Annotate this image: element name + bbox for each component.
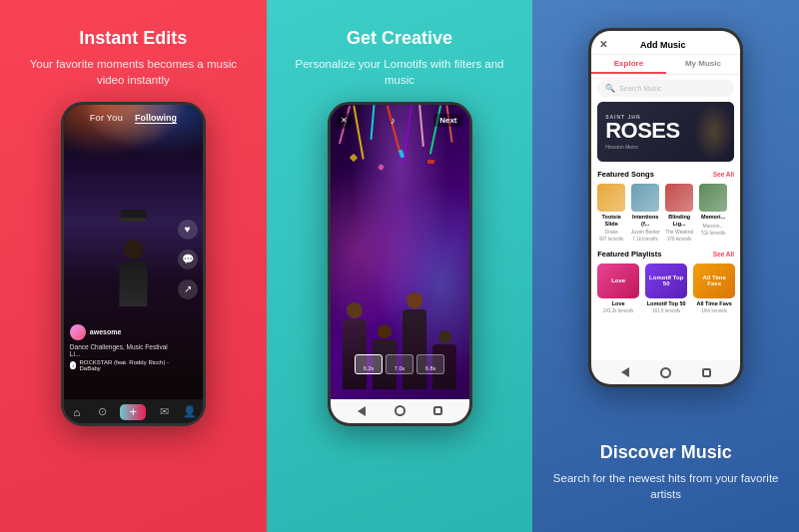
tiktok-actions: ♥ 💬 ↗: [178, 220, 198, 299]
album-text: SAINT JHN ROSES Houston Metro: [605, 114, 680, 150]
tab-for-you[interactable]: For You: [90, 113, 123, 124]
comment-icon: 💬: [178, 250, 198, 269]
clip-2[interactable]: 7.0s: [386, 354, 413, 374]
song-stats-2: 378 lomotifs: [664, 237, 694, 242]
song-artist-2: The Weeknd: [664, 229, 694, 235]
head-4: [438, 330, 451, 343]
music-icon: ♪: [70, 361, 77, 369]
jhn-label: Houston Metro: [605, 144, 680, 150]
playlist-art-2: All Time Favs: [693, 264, 735, 298]
share-action[interactable]: ↗: [178, 279, 198, 299]
playlist-title-0: Love: [596, 300, 640, 306]
right-panel: ✕ Add Music Explore My Music 🔍 Search Mu…: [532, 0, 799, 532]
tab-explore[interactable]: Explore: [591, 55, 666, 74]
featured-playlists-label: Featured Playlists: [597, 250, 661, 259]
tiktok-bottom-info: awesome Dance Challenges, Music Festival…: [70, 324, 173, 371]
clip-3[interactable]: 6.8s: [416, 354, 444, 374]
android-nav: [331, 399, 469, 423]
playlist-card-1[interactable]: Lomotif Top 50Lomotif Top 50161.6 lomoti…: [645, 264, 687, 313]
music-close-btn[interactable]: ✕: [599, 39, 607, 50]
nav-back[interactable]: [355, 404, 369, 418]
right-recents-icon: [702, 368, 711, 377]
nav-home-btn[interactable]: [393, 404, 406, 418]
right-panel-bottom: Discover Music Search for the newest hit…: [550, 432, 781, 516]
song-title-2: Blinding Lig...: [664, 214, 694, 227]
music-text: ROCKSTAR (feat. Roddy Ricch) - DaBaby: [79, 359, 172, 371]
nav-recents[interactable]: [430, 404, 444, 418]
username: awesome: [90, 328, 122, 335]
comment-action[interactable]: 💬: [178, 250, 198, 269]
song-stats-1: 7.1k lomotifs: [630, 237, 660, 242]
right-nav-home[interactable]: [659, 365, 673, 379]
left-phone: For You Following ♥ 💬 ↗: [61, 102, 206, 426]
username-row: awesome: [70, 324, 173, 340]
song-art-2: [665, 184, 693, 212]
head-1: [347, 302, 363, 318]
song-stats-0: 907 lomotifs: [596, 237, 626, 242]
middle-phone: ✕ ♪ Next 6.2s 7.0s 6.8s: [328, 102, 472, 426]
bottom-nav: ⌂ ⊙ + ✉ 👤: [64, 399, 203, 423]
right-phone-wrap: ✕ Add Music Explore My Music 🔍 Search Mu…: [550, 28, 781, 432]
songs-see-all[interactable]: See All: [713, 171, 734, 178]
right-phone: ✕ Add Music Explore My Music 🔍 Search Mu…: [588, 28, 743, 387]
nav-inbox[interactable]: ✉: [156, 404, 172, 420]
tab-following[interactable]: Following: [135, 113, 177, 124]
close-button[interactable]: ✕: [337, 113, 353, 129]
nav-home[interactable]: ⌂: [69, 404, 85, 420]
right-nav-back[interactable]: [618, 365, 632, 379]
search-bar[interactable]: 🔍 Search Music: [597, 80, 734, 97]
recents-icon: [433, 406, 442, 415]
body-3: [402, 309, 426, 389]
song-card-2[interactable]: Blinding Lig...The Weeknd378 lomotifs: [665, 184, 693, 243]
back-icon: [358, 406, 366, 416]
song-title-3: Memori...: [698, 214, 728, 221]
left-title: Instant Edits: [79, 28, 187, 50]
song-artist-0: Drake: [596, 229, 626, 235]
song-card-0[interactable]: Tootsie SlideDrake907 lomotifs: [597, 184, 625, 243]
featured-songs-label: Featured Songs: [597, 170, 654, 179]
nav-profile[interactable]: 👤: [182, 404, 198, 420]
playlist-card-0[interactable]: LoveLove243.2k lomotifs: [597, 264, 639, 313]
nav-plus[interactable]: +: [120, 404, 146, 420]
song-art-0: [597, 184, 625, 212]
avatar: [70, 324, 86, 340]
confetti-1: [350, 154, 358, 162]
home-circle-icon: [395, 405, 405, 416]
song-artist-1: Justin Bieber: [630, 229, 660, 235]
right-subtitle: Search for the newest hits from your fav…: [550, 470, 781, 502]
playlist-title-1: Lomotif Top 50: [644, 300, 688, 306]
like-action[interactable]: ♥: [178, 220, 198, 240]
right-android-nav: [591, 360, 740, 384]
song-card-1[interactable]: Intentions (f...Justin Bieber7.1k lomoti…: [631, 184, 659, 243]
left-phone-wrap: For You Following ♥ 💬 ↗: [18, 102, 249, 516]
performer-hat: [120, 210, 146, 222]
playlist-stats-1: 161.6 lomotifs: [652, 308, 680, 313]
music-app-header: ✕ Add Music: [591, 31, 740, 55]
left-phone-screen: For You Following ♥ 💬 ↗: [64, 105, 203, 399]
clips-bar: 6.2s 7.0s 6.8s: [331, 354, 469, 374]
song-card-3[interactable]: Memori...Maroon...51k lomotifs: [699, 184, 727, 243]
playlist-art-1: Lomotif Top 50: [645, 264, 687, 298]
roses-label: ROSES: [605, 120, 680, 142]
nav-search[interactable]: ⊙: [95, 404, 111, 420]
playlist-card-2[interactable]: All Time FavsAll Time Favs18m lomotifs: [693, 264, 735, 313]
next-button[interactable]: Next: [433, 114, 462, 127]
song-art-3: [699, 184, 727, 212]
person-3: [400, 292, 428, 389]
album-decoration: [694, 102, 734, 162]
right-back-icon: [621, 367, 629, 377]
performer-head: [123, 240, 143, 260]
tab-my-music[interactable]: My Music: [666, 55, 741, 74]
right-nav-recents[interactable]: [699, 365, 713, 379]
middle-title: Get Creative: [347, 28, 452, 50]
music-note-btn[interactable]: ♪: [385, 113, 400, 129]
mid-header: ✕ ♪ Next: [337, 113, 463, 129]
confetti-2: [378, 164, 385, 171]
playlists-see-all[interactable]: See All: [713, 251, 734, 258]
performer-body: [119, 262, 147, 306]
search-placeholder: Search Music: [619, 85, 661, 92]
clip-1[interactable]: 6.2s: [355, 354, 383, 374]
search-icon: 🔍: [605, 84, 615, 93]
music-tabs: Explore My Music: [591, 55, 740, 75]
person-1: [341, 302, 369, 389]
